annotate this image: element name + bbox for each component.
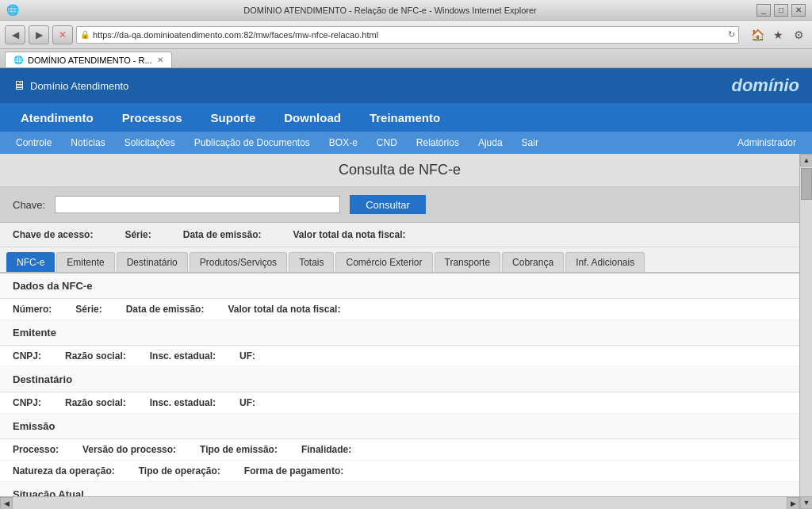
app-brand: 🖥 Domínio Atendimento: [13, 78, 128, 93]
browser-titlebar: 🌐 DOMÍNIO ATENDIMENTO - Relação de NFC-e…: [0, 0, 812, 21]
subnav-controle[interactable]: Controle: [6, 132, 61, 154]
section-emitente-header: Emitente: [0, 320, 799, 346]
detail-row-dados: Número: Série: Data de emissão: Valor to…: [0, 299, 799, 320]
scroll-up-button[interactable]: ▲: [800, 154, 812, 166]
app-header: 🖥 Domínio Atendimento domínio: [0, 68, 812, 103]
tab-destinatario[interactable]: Destinatário: [117, 252, 188, 272]
tab-cobranca[interactable]: Cobrança: [502, 252, 564, 272]
browser-icon: 🌐: [6, 4, 19, 16]
browser-title: DOMÍNIO ATENDIMENTO - Relação de NFC-e -…: [24, 6, 756, 15]
scroll-thumb[interactable]: [801, 168, 812, 200]
refresh-button[interactable]: ✕: [52, 25, 73, 44]
maximize-button[interactable]: □: [774, 4, 788, 17]
detail-row-dest: CNPJ: Razão social: Insc. estadual: UF:: [0, 392, 799, 414]
sub-nav: Controle Notícias Solicitações Publicaçã…: [0, 132, 812, 154]
detail-row-emissao-2: Natureza da operação: Tipo de operação: …: [0, 461, 799, 482]
field-processo: Processo:: [13, 444, 59, 455]
subnav-publicacao[interactable]: Publicação de Documentos: [185, 132, 320, 154]
forward-button[interactable]: ▶: [29, 25, 49, 44]
label-processo: Processo:: [13, 444, 59, 455]
field-razao-emit: Razão social:: [65, 350, 126, 362]
subnav-cnd[interactable]: CND: [367, 132, 407, 154]
label-numero: Número:: [13, 304, 52, 315]
search-input[interactable]: [55, 196, 340, 213]
tab-transporte[interactable]: Transporte: [435, 252, 501, 272]
tab-favicon-icon: 🌐: [13, 55, 23, 64]
section-dados-header: Dados da NFC-e: [0, 274, 799, 299]
scroll-left-button[interactable]: ◀: [0, 497, 13, 509]
label-tipo-op: Tipo de operação:: [139, 465, 220, 476]
section-dest-header: Destinatário: [0, 367, 799, 392]
field-cnpj-emit: CNPJ:: [13, 350, 41, 362]
info-serie: Série:: [124, 229, 151, 240]
vertical-scrollbar[interactable]: ▲ ▼: [799, 154, 812, 509]
info-bar: Chave de acesso: Série: Data de emissão:…: [0, 223, 799, 247]
active-tab[interactable]: 🌐 DOMÍNIO ATENDIMENTO - R... ✕: [5, 52, 172, 67]
scroll-track[interactable]: [800, 166, 812, 496]
label-valor-dados: Valor total da nota fiscal:: [228, 304, 340, 315]
browser-tabs: 🌐 DOMÍNIO ATENDIMENTO - R... ✕: [0, 49, 812, 68]
field-forma-pag: Forma de pagamento:: [244, 465, 343, 476]
app-wrapper: 🖥 Domínio Atendimento domínio Atendiment…: [0, 68, 812, 509]
tab-emitente[interactable]: Emitente: [56, 252, 114, 272]
field-numero: Número:: [13, 304, 52, 315]
tab-produtos[interactable]: Produtos/Serviços: [190, 252, 287, 272]
info-chave-label: Chave de acesso:: [13, 229, 93, 240]
address-refresh[interactable]: ↻: [728, 29, 735, 40]
detail-area: Dados da NFC-e Número: Série: Data de em…: [0, 274, 799, 507]
field-natureza: Natureza da operação:: [13, 465, 115, 476]
tab-inf-adicionais[interactable]: Inf. Adicionais: [565, 252, 645, 272]
settings-button[interactable]: ⚙: [790, 26, 807, 44]
label-insc-dest: Insc. estadual:: [150, 397, 216, 408]
tab-nfce[interactable]: NFC-e: [6, 252, 55, 272]
nav-treinamento[interactable]: Treinamento: [355, 103, 454, 132]
info-serie-label: Série:: [124, 229, 151, 240]
scroll-right-button[interactable]: ▶: [787, 497, 799, 509]
browser-toolbar: ◀ ▶ ✕ 🔒 ↻ 🏠 ★ ⚙: [0, 21, 812, 49]
nav-processos[interactable]: Processos: [108, 103, 197, 132]
minimize-button[interactable]: _: [756, 4, 771, 17]
subnav-boxe[interactable]: BOX-e: [320, 132, 367, 154]
label-tipo-emissao: Tipo de emissão:: [200, 444, 278, 455]
close-button[interactable]: ✕: [791, 4, 806, 17]
label-cnpj-emit: CNPJ:: [13, 350, 41, 362]
address-bar-container: 🔒 ↻: [76, 26, 739, 44]
field-tipo-emissao: Tipo de emissão:: [200, 444, 278, 455]
favorites-button[interactable]: ★: [769, 26, 787, 44]
scroll-down-button[interactable]: ▼: [800, 496, 812, 509]
info-chave: Chave de acesso:: [13, 229, 93, 240]
back-button[interactable]: ◀: [5, 25, 25, 44]
page-title: Consulta de NFC-e: [0, 154, 799, 187]
window-controls[interactable]: _ □ ✕: [756, 4, 806, 17]
subnav-sair[interactable]: Sair: [512, 132, 548, 154]
content-area: Consulta de NFC-e Chave: Consultar Chave…: [0, 154, 812, 509]
subnav-ajuda[interactable]: Ajuda: [469, 132, 512, 154]
field-uf-emit: UF:: [239, 350, 255, 362]
home-button[interactable]: 🏠: [749, 26, 766, 44]
search-button[interactable]: Consultar: [350, 195, 426, 214]
field-versao: Versão do processo:: [82, 444, 176, 455]
field-data-dados: Data de emissão:: [126, 304, 205, 315]
nav-suporte[interactable]: Suporte: [197, 103, 270, 132]
address-bar-icon: 🔒: [80, 30, 90, 39]
address-bar[interactable]: [93, 30, 725, 40]
nav-download[interactable]: Download: [270, 103, 355, 132]
label-uf-emit: UF:: [239, 350, 255, 362]
field-cnpj-dest: CNPJ:: [13, 397, 41, 408]
field-finalidade: Finalidade:: [301, 444, 351, 455]
brand-icon: 🖥: [13, 78, 25, 93]
subnav-relatorios[interactable]: Relatórios: [407, 132, 469, 154]
field-uf-dest: UF:: [239, 397, 255, 408]
tab-totais[interactable]: Totais: [289, 252, 334, 272]
scroll-track-h[interactable]: [13, 497, 787, 509]
horizontal-scrollbar[interactable]: ◀ ▶: [0, 496, 799, 509]
tab-close-button[interactable]: ✕: [157, 55, 163, 64]
inner-content: Consulta de NFC-e Chave: Consultar Chave…: [0, 154, 799, 507]
subnav-solicitacoes[interactable]: Solicitações: [115, 132, 185, 154]
label-insc-emit: Insc. estadual:: [150, 350, 216, 362]
tab-comercio[interactable]: Comércio Exterior: [335, 252, 432, 272]
subnav-noticias[interactable]: Notícias: [61, 132, 114, 154]
tab-label: DOMÍNIO ATENDIMENTO - R...: [28, 55, 152, 65]
nav-atendimento[interactable]: Atendimento: [6, 103, 108, 132]
field-insc-dest: Insc. estadual:: [150, 397, 216, 408]
